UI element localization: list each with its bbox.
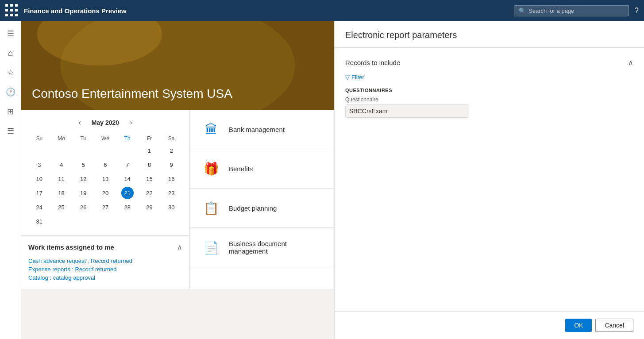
business-document-icon: 📄 (201, 237, 222, 258)
budget-planning-icon: 📋 (201, 197, 222, 219)
search-bar[interactable]: 🔍 (514, 5, 629, 16)
day-header-mo: Mo (50, 134, 73, 143)
top-navigation: Finance and Operations Preview 🔍 ? (0, 0, 644, 21)
hero-banner: Contoso Entertainment System USA (21, 21, 334, 110)
calendar-day (55, 144, 68, 157)
dashboard-content: ‹ May 2020 › Su Mo Tu We Th Fr Sa (21, 110, 334, 289)
calendar-day (33, 144, 46, 157)
calendar-day[interactable]: 10 (33, 173, 46, 185)
home-icon[interactable]: ⌂ (2, 44, 19, 62)
filter-button[interactable]: ▽ Filter (345, 74, 633, 81)
business-document-label: Business document management (229, 240, 324, 255)
calendar-day (99, 144, 112, 157)
main-container: ☰ ⌂ ☆ 🕐 ⊞ ☰ Contoso Entertainment System… (0, 21, 644, 339)
calendar-header: ‹ May 2020 › (28, 117, 182, 128)
benefits-icon: 🎁 (201, 158, 222, 179)
right-panel: Electronic report parameters Records to … (334, 21, 644, 339)
calendar-day[interactable]: 13 (99, 173, 112, 185)
calendar-day[interactable]: 12 (77, 173, 89, 185)
work-items-header: Work items assigned to me ∧ (28, 243, 182, 251)
search-input[interactable] (528, 8, 624, 14)
cancel-button[interactable]: Cancel (595, 319, 633, 332)
calendar-day[interactable]: 23 (165, 187, 177, 199)
calendar-day[interactable]: 26 (77, 201, 89, 213)
tile-budget-planning[interactable]: 📋Budget planning (190, 189, 334, 228)
calendar-day[interactable]: 7 (121, 158, 134, 171)
day-header-sa: Sa (160, 134, 182, 143)
bank-management-label: Bank management (229, 126, 285, 133)
app-title: Finance and Operations Preview (24, 7, 509, 15)
questionnaire-input[interactable] (345, 104, 469, 118)
calendar-day[interactable]: 6 (99, 158, 112, 171)
work-item-link[interactable]: Catalog : catalog approval (28, 274, 182, 282)
calendar-day[interactable]: 2 (165, 144, 177, 157)
calendar-day[interactable]: 31 (33, 215, 46, 227)
work-item-link[interactable]: Expense reports : Record returned (28, 265, 182, 274)
questionnaire-field: Questionnaire (345, 96, 633, 118)
calendar-day[interactable]: 17 (33, 187, 46, 199)
work-items-list: Cash advance request : Record returnedEx… (28, 257, 182, 282)
panel-footer: OK Cancel (335, 311, 644, 339)
calendar-day[interactable]: 5 (77, 158, 89, 171)
tile-business-document[interactable]: 📄Business document management (190, 228, 334, 267)
calendar-day[interactable]: 28 (121, 201, 134, 213)
calendar-day (121, 144, 134, 157)
calendar-day[interactable]: 8 (143, 158, 155, 171)
calendar-day[interactable]: 25 (55, 201, 68, 213)
calendar-day[interactable]: 29 (143, 201, 155, 213)
day-header-su: Su (28, 134, 50, 143)
calendar-day[interactable]: 22 (143, 187, 155, 199)
calendar-day[interactable]: 18 (55, 187, 68, 199)
app-grid-icon[interactable] (5, 4, 19, 17)
help-icon[interactable]: ? (634, 6, 639, 15)
work-item-link[interactable]: Cash advance request : Record returned (28, 257, 182, 265)
calendar-day-headers: Su Mo Tu We Th Fr Sa (28, 134, 182, 143)
calendar-day[interactable]: 21 (121, 187, 134, 199)
filter-label[interactable]: Filter (351, 74, 364, 81)
calendar-day[interactable]: 20 (99, 187, 112, 199)
work-items-section: Work items assigned to me ∧ Cash advance… (21, 235, 189, 289)
company-name: Contoso Entertainment System USA (32, 87, 232, 101)
calendar-day[interactable]: 19 (77, 187, 89, 199)
calendar-month-year: May 2020 (92, 119, 119, 126)
tile-bank-management[interactable]: 🏛Bank management (190, 110, 334, 149)
hamburger-icon[interactable]: ☰ (2, 25, 19, 42)
tasks-icon[interactable]: ☰ (2, 122, 19, 140)
questionnaires-section-label: QUESTIONNAIRES (345, 88, 633, 93)
recent-icon[interactable]: 🕐 (2, 83, 19, 101)
calendar-day[interactable]: 15 (143, 173, 155, 185)
questionnaire-label: Questionnaire (345, 96, 633, 103)
calendar-day[interactable]: 30 (165, 201, 177, 213)
calendar-days: 1234567891011121314151617181920212223242… (28, 143, 182, 228)
calendar-day[interactable]: 1 (143, 144, 155, 157)
next-month-button[interactable]: › (126, 117, 135, 128)
work-items-title: Work items assigned to me (28, 243, 114, 251)
favorites-icon[interactable]: ☆ (2, 64, 19, 81)
ok-button[interactable]: OK (565, 319, 592, 332)
calendar-day[interactable]: 16 (165, 173, 177, 185)
records-section-title: Records to include (345, 59, 400, 66)
filter-icon: ▽ (345, 74, 350, 81)
calendar-day[interactable]: 27 (99, 201, 112, 213)
sidebar: ☰ ⌂ ☆ 🕐 ⊞ ☰ (0, 21, 21, 339)
records-section-header: Records to include ∧ (345, 58, 633, 67)
calendar-day[interactable]: 9 (165, 158, 177, 171)
panel-title: Electronic report parameters (335, 21, 644, 48)
work-items-collapse-icon[interactable]: ∧ (177, 243, 182, 251)
panel-body: Records to include ∧ ▽ Filter QUESTIONNA… (335, 48, 644, 311)
dashboard-icon[interactable]: ⊞ (2, 103, 19, 120)
calendar-day[interactable]: 14 (121, 173, 134, 185)
benefits-label: Benefits (229, 165, 253, 173)
calendar-day[interactable]: 3 (33, 158, 46, 171)
day-header-tu: Tu (72, 134, 94, 143)
calendar-day[interactable]: 4 (55, 158, 68, 171)
calendar-day[interactable]: 11 (55, 173, 68, 185)
calendar-day[interactable]: 24 (33, 201, 46, 213)
content-area: Contoso Entertainment System USA ‹ May 2… (21, 21, 334, 339)
day-header-we: We (94, 134, 116, 143)
tile-benefits[interactable]: 🎁Benefits (190, 149, 334, 189)
bank-management-icon: 🏛 (201, 119, 222, 140)
prev-month-button[interactable]: ‹ (75, 117, 85, 128)
left-column: ‹ May 2020 › Su Mo Tu We Th Fr Sa (21, 110, 189, 289)
records-collapse-icon[interactable]: ∧ (628, 58, 633, 67)
